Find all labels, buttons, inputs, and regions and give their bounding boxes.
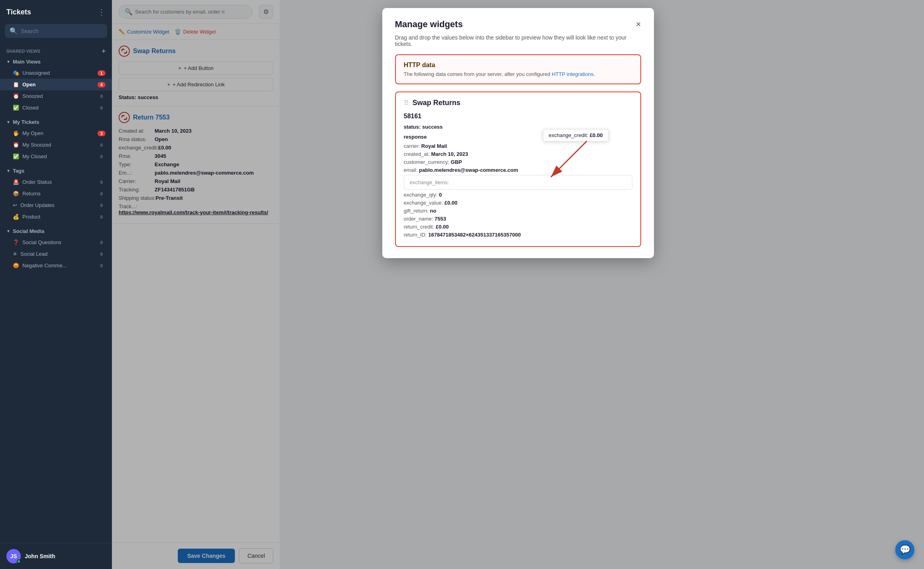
sidebar-item-negative-comments[interactable]: 😡 Negative Comme... 0 (0, 260, 112, 271)
manage-widgets-modal: Manage widgets × Drag and drop the value… (382, 8, 654, 258)
sidebar-item-social-lead[interactable]: ✳ Social Lead 0 (0, 248, 112, 260)
sidebar-item-my-closed[interactable]: ✅ My Closed 0 (0, 151, 112, 162)
sidebar-header: Tickets ⋮ (0, 0, 112, 24)
field-gift-return: gift_return: no (404, 208, 632, 214)
my-closed-badge: 0 (97, 154, 105, 159)
response-fields: carrier: Royal Mail created_at: March 10… (404, 143, 632, 238)
http-integrations-link[interactable]: HTTP integrations (552, 71, 594, 77)
sidebar-item-snoozed[interactable]: ⏰ Snoozed 0 (0, 90, 112, 102)
drag-handle-icon[interactable]: ⠿ (404, 99, 409, 107)
field-carrier: carrier: Royal Mail (404, 143, 632, 149)
field-customer-currency: customer_currency: GBP (404, 159, 632, 165)
returns-icon: 📦 (13, 191, 19, 197)
chat-fab-button[interactable]: 💬 (895, 540, 914, 559)
user-name: John Smith (25, 553, 55, 559)
open-icon: 📋 (13, 82, 19, 88)
http-data-title: HTTP data (404, 62, 632, 69)
field-return-id: return_ID: 1678471853482×624351337165357… (404, 232, 632, 238)
modal-title: Manage widgets (395, 19, 463, 30)
sidebar-item-order-status[interactable]: 🚨 Order Status 0 (0, 176, 112, 188)
my-tickets-group: ▼ My Tickets 🖐 My Open 3 ⏰ My Snoozed 0 … (0, 117, 112, 162)
chevron-down-icon: ▼ (6, 120, 10, 124)
http-data-section: HTTP data The following data comes from … (395, 54, 641, 84)
sidebar-title: Tickets (6, 8, 31, 16)
avatar: JS (6, 549, 21, 563)
tags-header[interactable]: ▼ Tags (0, 165, 112, 176)
modal-overlay[interactable]: Manage widgets × Drag and drop the value… (112, 0, 924, 569)
sidebar-item-product[interactable]: 💰 Product 0 (0, 211, 112, 223)
response-label: response (404, 134, 632, 140)
social-lead-icon: ✳ (13, 251, 17, 257)
main-views-group: ▼ Main Views 🎭 Unassigned 1 📋 Open 4 ⏰ S… (0, 56, 112, 113)
snoozed-badge: 0 (97, 94, 105, 99)
add-view-button[interactable]: + (102, 48, 105, 55)
sidebar-item-open[interactable]: 📋 Open 4 (0, 79, 112, 90)
social-media-group: ▼ Social Media ❓ Social Questions 0 ✳ So… (0, 226, 112, 271)
social-questions-icon: ❓ (13, 239, 19, 245)
my-open-badge: 3 (97, 131, 105, 136)
widget-title: Swap Returns (413, 99, 461, 107)
tags-group: ▼ Tags 🚨 Order Status 0 📦 Returns 0 ↩ Or… (0, 165, 112, 223)
chevron-down-icon: ▼ (6, 60, 10, 64)
field-created-at: created_at: March 10, 2023 (404, 151, 632, 157)
chevron-down-icon: ▼ (6, 169, 10, 173)
field-exchange-value: exchange_value: £0.00 (404, 200, 632, 206)
sidebar-search-bar[interactable]: 🔍 (5, 24, 107, 38)
response-section: response carrier: Royal Mail created_at:… (404, 134, 632, 238)
unassigned-badge: 1 (97, 70, 105, 76)
negative-comments-icon: 😡 (13, 263, 19, 269)
sidebar-footer: JS John Smith (0, 543, 112, 569)
widget-header: ⠿ Swap Returns (404, 99, 632, 107)
chevron-down-icon: ▼ (6, 229, 10, 233)
my-tickets-header[interactable]: ▼ My Tickets (0, 117, 112, 127)
search-input[interactable] (21, 28, 102, 34)
online-status-dot (17, 559, 21, 563)
order-updates-icon: ↩ (13, 202, 17, 208)
exchange-items-box: exchange_items: (404, 175, 632, 190)
my-snoozed-badge: 0 (97, 142, 105, 148)
widget-record-id: 58161 (404, 113, 632, 120)
field-email: email: pablo.melendres@swap-commerce.com (404, 167, 632, 173)
snoozed-icon: ⏰ (13, 93, 19, 99)
sidebar-item-social-questions[interactable]: ❓ Social Questions 0 (0, 237, 112, 248)
sidebar-item-my-snoozed[interactable]: ⏰ My Snoozed 0 (0, 139, 112, 151)
sidebar: Tickets ⋮ 🔍 SHARED VIEWS + ▼ Main Views … (0, 0, 112, 569)
field-return-credit: return_credit: £0.00 (404, 224, 632, 230)
sidebar-menu-icon[interactable]: ⋮ (97, 7, 105, 17)
my-closed-icon: ✅ (13, 153, 19, 159)
closed-badge: 0 (97, 105, 105, 111)
field-exchange-qty: exchange_qty: 0 (404, 192, 632, 198)
social-media-header[interactable]: ▼ Social Media (0, 226, 112, 237)
sidebar-item-closed[interactable]: ✅ Closed 0 (0, 102, 112, 113)
close-button[interactable]: × (636, 19, 641, 30)
product-icon: 💰 (13, 214, 19, 220)
modal-header: Manage widgets × (395, 19, 641, 30)
unassigned-icon: 🎭 (13, 70, 19, 76)
search-icon: 🔍 (10, 27, 18, 35)
sidebar-item-order-updates[interactable]: ↩ Order Updates 0 (0, 199, 112, 211)
order-status-icon: 🚨 (13, 179, 19, 185)
modal-description: Drag and drop the values below into the … (395, 34, 641, 47)
main-area: Manage widgets × Drag and drop the value… (112, 0, 924, 569)
http-data-description: The following data comes from your serve… (404, 71, 632, 77)
field-order-name: order_name: 7553 (404, 216, 632, 222)
sidebar-item-returns[interactable]: 📦 Returns 0 (0, 188, 112, 199)
shared-views-label: SHARED VIEWS + (0, 44, 112, 56)
my-snoozed-icon: ⏰ (13, 142, 19, 148)
closed-icon: ✅ (13, 105, 19, 111)
main-views-header[interactable]: ▼ Main Views (0, 56, 112, 67)
my-open-icon: 🖐 (13, 130, 19, 136)
chat-icon: 💬 (900, 545, 910, 555)
sidebar-item-unassigned[interactable]: 🎭 Unassigned 1 (0, 67, 112, 79)
widget-status: status: success (404, 124, 632, 130)
widget-section: ⠿ Swap Returns 58161 status: success res… (395, 92, 641, 247)
sidebar-item-my-open[interactable]: 🖐 My Open 3 (0, 127, 112, 139)
open-badge: 4 (97, 82, 105, 88)
